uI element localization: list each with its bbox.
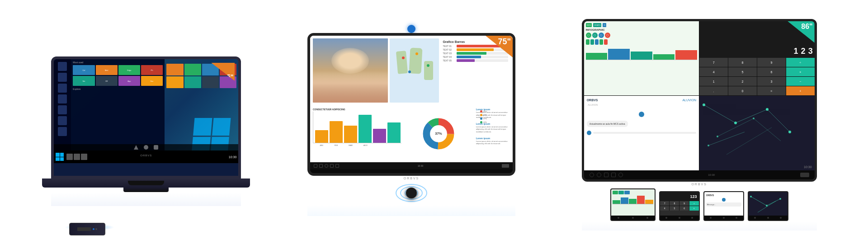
- ctrl-icon-3[interactable]: [325, 164, 328, 168]
- info-icon-4: ⬡: [605, 33, 610, 38]
- laptop-reflection: [51, 193, 241, 206]
- chat-bubble: Actualmente se aula fin MCS activa: [587, 121, 628, 127]
- home-btn[interactable]: [144, 145, 148, 150]
- ctrl-icon-4[interactable]: [330, 164, 334, 168]
- info-box-blue: IC: [603, 23, 606, 27]
- calc-2[interactable]: 2: [728, 77, 757, 86]
- live-tile[interactable]: [184, 64, 201, 75]
- app-tile[interactable]: Ph: [141, 65, 163, 75]
- start-menu: Most used Cal Mail Edge Ph Set Off App S…: [54, 59, 165, 150]
- message-input[interactable]: [593, 132, 697, 134]
- ctrl-icon-5[interactable]: [335, 164, 339, 168]
- ctrl-back[interactable]: [590, 173, 594, 177]
- app-tile[interactable]: App: [118, 76, 140, 86]
- svg-point-15: [734, 122, 737, 124]
- calc-keypad: 7 8 9 ÷ 4 5 6 × 1 2 3 − .: [699, 58, 815, 95]
- ctrl-icon-2[interactable]: [319, 164, 323, 168]
- calc-eq[interactable]: =: [757, 86, 786, 95]
- bar-row-2: TEXT 02: [443, 48, 508, 51]
- info-box-green: INFO: [586, 23, 592, 27]
- back-btn[interactable]: [134, 145, 138, 150]
- calc-9[interactable]: 9: [757, 58, 786, 67]
- info-icon-1: ⬡: [586, 33, 591, 38]
- meeting-header: ORBVS ALUVION: [587, 99, 697, 102]
- recents-btn[interactable]: [154, 145, 158, 150]
- info-box-teal: GRAPH: [593, 23, 601, 27]
- app-tile[interactable]: Cal: [73, 65, 94, 75]
- bar-chart-panel: Grafico Barras TEXT 01 TEXT 02: [441, 38, 510, 103]
- calculator-panel: 86" 123 7 8 9 ÷ 4: [699, 21, 815, 96]
- calc-div[interactable]: ÷: [786, 58, 815, 67]
- laptop-screen: Most used Cal Mail Edge Ph Set Off App S…: [51, 56, 241, 179]
- signal-icon: [502, 164, 509, 168]
- svg-point-16: [766, 108, 769, 111]
- display-75-outer: Grafico Barras TEXT 01 TEXT 02: [307, 33, 515, 176]
- speaker-ripple: [393, 182, 429, 204]
- donut-chart-wrapper: 37% 25% 25% 37% 13%: [404, 108, 473, 160]
- calc-0[interactable]: 0: [728, 86, 757, 95]
- info-icon-2: ⬡: [592, 33, 598, 38]
- display-86-screen: INFO GRAPH IC INFOGRAPHIC ⬡ ⬡ ⬡ ⬡: [584, 21, 815, 170]
- svg-point-26: [779, 198, 781, 200]
- display-86-clock: 10:30: [708, 174, 715, 176]
- app-tile[interactable]: Stor: [141, 76, 163, 86]
- meeting-status-dot: [639, 112, 644, 117]
- ctrl-power[interactable]: [618, 173, 623, 177]
- small-tablet-calculator: 123 7 8 9 ÷ 4 5 6 ×: [659, 191, 700, 221]
- small-tablet-map: [748, 191, 788, 221]
- app-tile[interactable]: Edge: [118, 65, 140, 75]
- calc-dot[interactable]: .: [699, 86, 728, 95]
- calc-4[interactable]: 4: [699, 67, 728, 76]
- svg-point-24: [750, 196, 752, 197]
- donut-chart-svg: 37%: [420, 116, 457, 152]
- lorem-block-2: Lorem ipsum Lorem ipsum dolor sit amet c…: [476, 122, 510, 133]
- display-86-controls: 10:30: [584, 170, 815, 179]
- calc-7[interactable]: 7: [699, 58, 728, 67]
- start-button[interactable]: [56, 153, 64, 161]
- display-75-clock: 10:30: [418, 164, 424, 167]
- svg-line-13: [726, 127, 772, 155]
- live-tile[interactable]: [184, 76, 201, 88]
- usb-dongle: [69, 223, 105, 235]
- app-tile[interactable]: Set: [73, 76, 94, 86]
- app-tile[interactable]: Mail: [96, 65, 118, 75]
- svg-line-23: [758, 201, 776, 212]
- bar-row-4: TEXT 04: [443, 56, 508, 58]
- ctrl-menu[interactable]: [611, 173, 616, 177]
- calc-3[interactable]: 3: [757, 77, 786, 86]
- ctrl-icon-1[interactable]: [314, 164, 317, 168]
- calc-5[interactable]: 5: [728, 67, 757, 76]
- calc-1[interactable]: 1: [699, 77, 728, 86]
- device2-brand: ORBVS: [404, 177, 420, 180]
- device-2-display-75: Grafico Barras TEXT 01 TEXT 02: [307, 33, 515, 216]
- calc-8[interactable]: 8: [728, 58, 757, 67]
- small-tablets-row: 123 7 8 9 ÷ 4 5 6 ×: [610, 188, 788, 221]
- ctrl-recent[interactable]: [604, 173, 609, 177]
- live-tile[interactable]: [166, 76, 183, 88]
- live-tile[interactable]: [202, 76, 219, 88]
- live-tile[interactable]: [166, 64, 183, 75]
- st-meeting-brand: ORBVS: [706, 194, 741, 197]
- app-tile[interactable]: Off: [96, 76, 118, 86]
- infographic-title: INFOGRAPHIC: [586, 28, 698, 31]
- main-scene: Most used Cal Mail Edge Ph Set Off App S…: [0, 0, 868, 249]
- section-title: CONSECTETUER ADIPISCING: [313, 108, 401, 111]
- start-section-label: Most used: [73, 61, 163, 64]
- svg-line-8: [736, 109, 767, 123]
- video-thumbnail: [313, 38, 388, 103]
- svg-line-10: [717, 118, 754, 136]
- presentation-content: Grafico Barras TEXT 01 TEXT 02: [310, 36, 513, 162]
- svg-point-20: [708, 145, 709, 146]
- svg-point-18: [717, 136, 718, 137]
- calc-mul[interactable]: ×: [786, 67, 815, 76]
- ctrl-home[interactable]: [597, 173, 601, 177]
- lorem-block-3: Lorem ipsum Lorem ipsum dolor sit amet c…: [476, 137, 510, 145]
- calc-sub[interactable]: −: [786, 77, 815, 86]
- calc-6[interactable]: 6: [757, 67, 786, 76]
- small-tablet-meeting: ORBVS Message...: [703, 191, 744, 221]
- infographic-panel: INFO GRAPH IC INFOGRAPHIC ⬡ ⬡ ⬡ ⬡: [584, 21, 699, 96]
- calc-add[interactable]: +: [786, 86, 815, 95]
- display-75-controls: 10:30: [310, 162, 513, 169]
- small-map-svg: [749, 192, 788, 216]
- info-icon-3: ⬡: [599, 33, 604, 38]
